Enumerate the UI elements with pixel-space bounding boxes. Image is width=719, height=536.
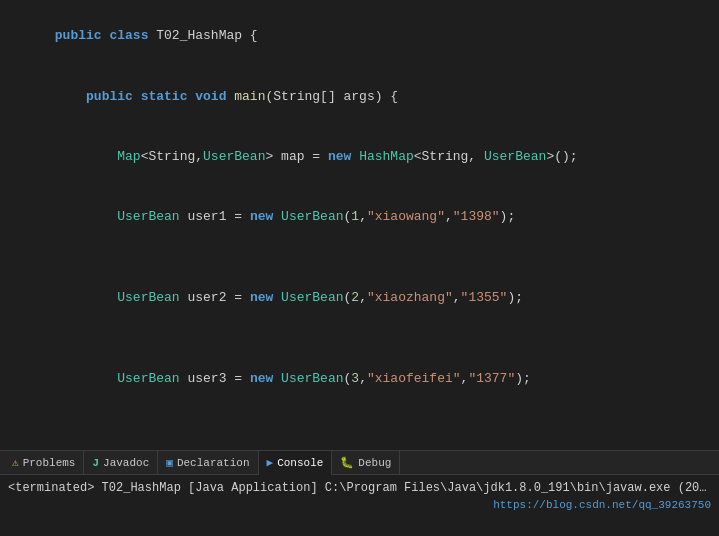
line-content-2: public static void main(String[] args) { <box>4 66 719 126</box>
type-userbean6: UserBean <box>281 290 343 305</box>
debug-icon: 🐛 <box>340 456 354 469</box>
problems-icon: ⚠ <box>12 456 19 469</box>
hashmap-generics: <String, <box>414 149 484 164</box>
comma2a: , <box>359 290 367 305</box>
hashmap-close: >(); <box>546 149 577 164</box>
line-content-3: Map<String,UserBean> map = new HashMap<S… <box>4 127 719 187</box>
editor-area: public class T02_HashMap { public static… <box>0 0 719 450</box>
tab-problems[interactable]: ⚠ Problems <box>4 451 84 475</box>
console-panel: <terminated> T02_HashMap [Java Applicati… <box>0 474 719 514</box>
type-userbean3: UserBean <box>117 209 179 224</box>
line-content-blank3 <box>4 409 719 429</box>
user3-var: user3 = <box>180 371 250 386</box>
code-line-6: UserBean user2 = new UserBean(2,"xiaozha… <box>0 268 719 328</box>
bottom-tab-bar: ⚠ Problems J Javadoc ▣ Declaration ▶ Con… <box>0 450 719 474</box>
str-xiaozhang: "xiaozhang" <box>367 290 453 305</box>
console-output-line: <terminated> T02_HashMap [Java Applicati… <box>8 479 711 497</box>
tab-debug-label: Debug <box>358 457 391 469</box>
str-1398: "1398" <box>453 209 500 224</box>
line-content-blank2 <box>4 328 719 348</box>
line-content-8: UserBean user3 = new UserBean(3,"xiaofei… <box>4 348 719 408</box>
classname: T02_HashMap { <box>156 28 257 43</box>
line-content-4: UserBean user1 = new UserBean(1,"xiaowan… <box>4 187 719 247</box>
declaration-icon: ▣ <box>166 456 173 469</box>
map-var: > map = <box>265 149 327 164</box>
tab-javadoc[interactable]: J Javadoc <box>84 451 158 475</box>
user3-close: ); <box>515 371 531 386</box>
code-line-1: public class T02_HashMap { <box>0 6 719 66</box>
indent2d <box>55 371 117 386</box>
type-userbean2: UserBean <box>484 149 546 164</box>
indent2 <box>55 149 117 164</box>
tab-declaration-label: Declaration <box>177 457 250 469</box>
method-main: main <box>234 89 265 104</box>
line-content-1: public class T02_HashMap { <box>4 6 719 66</box>
main-params: (String[] args) { <box>265 89 398 104</box>
kw-new2: new <box>250 209 281 224</box>
tab-console[interactable]: ▶ Console <box>259 451 333 475</box>
str-1355: "1355" <box>461 290 508 305</box>
kw-new3: new <box>250 290 281 305</box>
str-xiaowang: "xiaowang" <box>367 209 445 224</box>
user2-close: ); <box>507 290 523 305</box>
map-generics: <String, <box>141 149 203 164</box>
type-map: Map <box>117 149 140 164</box>
javadoc-icon: J <box>92 457 99 469</box>
console-url: https://blog.csdn.net/qq_39263750 <box>8 499 711 511</box>
indent1 <box>55 89 86 104</box>
type-userbean5: UserBean <box>117 290 179 305</box>
code-line-10: UserBean user4 = new UserBean(3,"xiaofei… <box>0 429 719 450</box>
code-line-blank3 <box>0 409 719 429</box>
type-hashmap: HashMap <box>359 149 414 164</box>
user1-close: ); <box>500 209 516 224</box>
kw-new1: new <box>328 149 359 164</box>
line-content-10: UserBean user4 = new UserBean(3,"xiaofei… <box>4 429 719 450</box>
type-userbean7: UserBean <box>117 371 179 386</box>
line-content-blank1 <box>4 248 719 268</box>
keyword-class: class <box>109 28 156 43</box>
code-line-2: public static void main(String[] args) { <box>0 66 719 126</box>
type-userbean4: UserBean <box>281 209 343 224</box>
tab-javadoc-label: Javadoc <box>103 457 149 469</box>
comma2b: , <box>453 290 461 305</box>
code-line-blank2 <box>0 328 719 348</box>
code-line-3: Map<String,UserBean> map = new HashMap<S… <box>0 127 719 187</box>
comma3a: , <box>359 371 367 386</box>
line-content-6: UserBean user2 = new UserBean(2,"xiaozha… <box>4 268 719 328</box>
user2-var: user2 = <box>180 290 250 305</box>
type-userbean1: UserBean <box>203 149 265 164</box>
kw-new4: new <box>250 371 281 386</box>
num-2: 2 <box>351 290 359 305</box>
num-1a: 1 <box>351 209 359 224</box>
str-xiaofeifei1: "xiaofeifei" <box>367 371 461 386</box>
tab-declaration[interactable]: ▣ Declaration <box>158 451 258 475</box>
num-3a: 3 <box>351 371 359 386</box>
comma1b: , <box>445 209 453 224</box>
kw-void: void <box>195 89 234 104</box>
type-userbean8: UserBean <box>281 371 343 386</box>
kw-static: static <box>141 89 196 104</box>
comma1a: , <box>359 209 367 224</box>
tab-problems-label: Problems <box>23 457 76 469</box>
code-line-8: UserBean user3 = new UserBean(3,"xiaofei… <box>0 348 719 408</box>
tab-debug[interactable]: 🐛 Debug <box>332 451 400 475</box>
keyword-public: public <box>55 28 110 43</box>
kw-public: public <box>86 89 141 104</box>
code-line-4: UserBean user1 = new UserBean(1,"xiaowan… <box>0 187 719 247</box>
user1-var: user1 = <box>180 209 250 224</box>
indent2c <box>55 290 117 305</box>
str-1377a: "1377" <box>468 371 515 386</box>
code-line-blank1 <box>0 248 719 268</box>
console-icon: ▶ <box>267 456 274 469</box>
indent2b <box>55 209 117 224</box>
tab-console-label: Console <box>277 457 323 469</box>
